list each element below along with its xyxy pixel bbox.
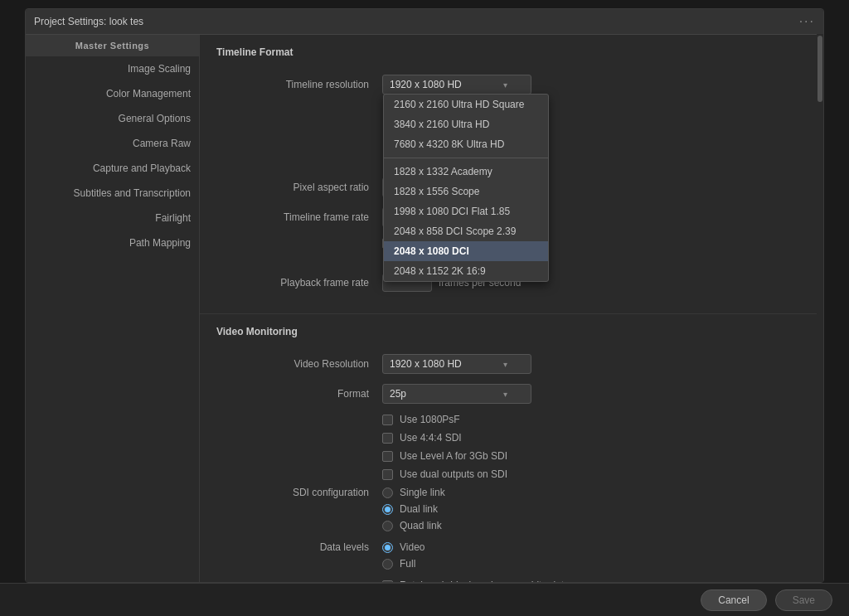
dialog-titlebar: Project Settings: look tes ··· <box>26 9 823 35</box>
sdi-config-control: Single link Dual link Quad link <box>382 487 807 531</box>
chevron-down-icon: ▾ <box>503 80 507 90</box>
sdi-dual-radio[interactable] <box>382 504 393 515</box>
checkbox-level-a[interactable] <box>382 451 393 462</box>
retain-checkbox[interactable] <box>382 580 393 583</box>
video-resolution-row: Video Resolution 1920 x 1080 HD ▾ <box>216 354 807 374</box>
resolution-option-scope[interactable]: 1828 x 1556 Scope <box>384 182 548 201</box>
checkbox-level-a-label: Use Level A for 3Gb SDI <box>400 450 507 462</box>
sdi-dual-row: Dual link <box>382 503 807 515</box>
data-levels-radio-group: Video Full <box>382 541 807 570</box>
timeline-resolution-value: 1920 x 1080 HD <box>390 79 462 90</box>
video-monitoring-title: Video Monitoring <box>216 326 807 341</box>
sdi-quad-row: Quad link <box>382 520 807 531</box>
video-resolution-label: Video Resolution <box>216 358 382 370</box>
project-settings-dialog: Project Settings: look tes ··· Master Se… <box>25 8 824 583</box>
resolution-option-ultra-hd[interactable]: 3840 x 2160 Ultra HD <box>384 114 548 134</box>
video-format-control: 25p ▾ <box>382 384 807 404</box>
sidebar-item-camera-raw[interactable]: Camera Raw <box>26 131 199 156</box>
timeline-format-title: Timeline Format <box>216 46 807 61</box>
data-video-row: Video <box>382 541 807 553</box>
chevron-down-icon-5: ▾ <box>503 390 507 399</box>
sdi-quad-radio[interactable] <box>382 521 393 531</box>
video-resolution-control: 1920 x 1080 HD ▾ <box>382 354 807 374</box>
resolution-option-ultra-hd-square[interactable]: 2160 x 2160 Ultra HD Square <box>384 95 548 114</box>
resolution-option-2k-16-9[interactable]: 2048 x 1152 2K 16:9 <box>384 261 548 281</box>
checkbox-dual-outputs-label: Use dual outputs on SDI <box>400 468 507 480</box>
resolution-option-dci-2048[interactable]: 2048 x 1080 DCI <box>384 241 548 261</box>
video-format-row: Format 25p ▾ <box>216 384 807 404</box>
checkbox-444-sdi-row: Use 4:4:4 SDI <box>382 432 807 444</box>
dialog-title: Project Settings: look tes <box>34 16 143 27</box>
timeline-format-section: Timeline Format Timeline resolution 1920… <box>200 35 823 314</box>
timeline-resolution-row: Timeline resolution 1920 x 1080 HD ▾ 216… <box>216 75 807 95</box>
main-content: Timeline Format Timeline resolution 1920… <box>200 35 823 582</box>
dropdown-divider-1 <box>384 158 548 158</box>
resolution-option-dci-flat[interactable]: 1998 x 1080 DCI Flat 1.85 <box>384 201 548 221</box>
resolution-option-academy[interactable]: 1828 x 1332 Academy <box>384 162 548 182</box>
sdi-radio-group: Single link Dual link Quad link <box>382 487 807 531</box>
checkbox-444-sdi[interactable] <box>382 433 393 444</box>
data-video-radio[interactable] <box>382 542 393 553</box>
retain-label: Retain sub-black and super-white data <box>400 580 570 582</box>
sdi-dual-label: Dual link <box>400 503 438 515</box>
video-format-dropdown[interactable]: 25p ▾ <box>382 384 531 404</box>
data-full-radio[interactable] <box>382 559 393 570</box>
sidebar-item-fairlight[interactable]: Fairlight <box>26 206 199 230</box>
scrollbar-thumb[interactable] <box>817 36 822 102</box>
sdi-config-row: SDI configuration Single link Dual link <box>216 487 807 531</box>
save-button[interactable]: Save <box>775 589 832 611</box>
playback-rate-label: Playback frame rate <box>216 277 382 289</box>
dialog-menu-button[interactable]: ··· <box>799 14 815 29</box>
sidebar: Master Settings Image Scaling Color Mana… <box>26 35 200 582</box>
resolution-option-dci-scope[interactable]: 2048 x 858 DCI Scope 2.39 <box>384 221 548 241</box>
video-format-value: 25p <box>390 388 406 400</box>
sidebar-item-image-scaling[interactable]: Image Scaling <box>26 56 199 81</box>
video-format-label: Format <box>216 388 382 400</box>
video-monitoring-section: Video Monitoring Video Resolution 1920 x… <box>200 314 823 582</box>
timeline-resolution-label: Timeline resolution <box>216 79 382 90</box>
checkbox-dual-outputs-row: Use dual outputs on SDI <box>382 468 807 480</box>
timeline-frame-rate-label: Timeline frame rate <box>216 211 382 223</box>
timeline-resolution-control: 1920 x 1080 HD ▾ 2160 x 2160 Ultra HD Sq… <box>382 75 807 95</box>
chevron-down-icon-4: ▾ <box>503 360 507 369</box>
resolution-option-8k[interactable]: 7680 x 4320 8K Ultra HD <box>384 134 548 154</box>
sdi-config-label: SDI configuration <box>216 487 382 498</box>
data-full-row: Full <box>382 558 807 570</box>
dialog-body: Master Settings Image Scaling Color Mana… <box>26 35 823 582</box>
sidebar-item-subtitles[interactable]: Subtitles and Transcription <box>26 181 199 206</box>
sidebar-item-general-options[interactable]: General Options <box>26 106 199 131</box>
checkbox-1080psf-row: Use 1080PsF <box>382 414 807 425</box>
cancel-button[interactable]: Cancel <box>701 589 766 611</box>
data-levels-row: Data levels Video Full <box>216 541 807 570</box>
bottom-bar: Cancel Save <box>0 583 849 616</box>
data-video-label: Video <box>400 541 424 553</box>
scrollbar-track[interactable] <box>817 35 823 582</box>
data-levels-label: Data levels <box>216 541 382 553</box>
sdi-single-radio[interactable] <box>382 487 393 498</box>
timeline-resolution-dropdown[interactable]: 1920 x 1080 HD ▾ 2160 x 2160 Ultra HD Sq… <box>382 75 531 95</box>
sidebar-item-path-mapping[interactable]: Path Mapping <box>26 230 199 255</box>
data-full-label: Full <box>400 558 415 570</box>
checkbox-1080psf[interactable] <box>382 415 393 425</box>
checkbox-1080psf-label: Use 1080PsF <box>400 414 460 425</box>
resolution-dropdown-menu: 2160 x 2160 Ultra HD Square 3840 x 2160 … <box>383 94 549 282</box>
sidebar-item-capture-playback[interactable]: Capture and Playback <box>26 156 199 181</box>
video-resolution-value: 1920 x 1080 HD <box>390 358 462 370</box>
checkbox-444-sdi-label: Use 4:4:4 SDI <box>400 432 462 444</box>
retain-checkbox-row: Retain sub-black and super-white data <box>382 580 807 582</box>
sdi-single-label: Single link <box>400 487 445 498</box>
checkbox-level-a-row: Use Level A for 3Gb SDI <box>382 450 807 462</box>
checkbox-dual-outputs[interactable] <box>382 469 393 480</box>
sdi-single-row: Single link <box>382 487 807 498</box>
sidebar-item-color-management[interactable]: Color Management <box>26 81 199 106</box>
sidebar-section-header: Master Settings <box>26 35 199 56</box>
sdi-quad-label: Quad link <box>400 520 442 531</box>
pixel-aspect-label: Pixel aspect ratio <box>216 182 382 193</box>
video-resolution-dropdown[interactable]: 1920 x 1080 HD ▾ <box>382 354 531 374</box>
data-levels-control: Video Full <box>382 541 807 570</box>
